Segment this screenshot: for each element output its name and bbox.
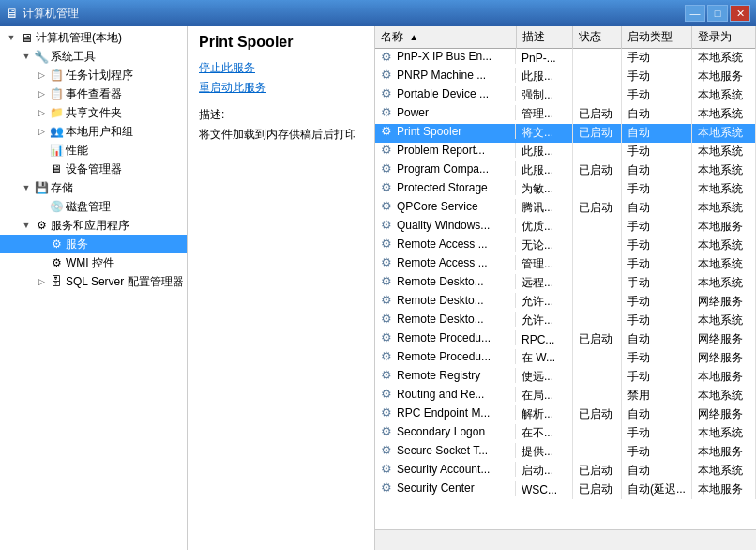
col-header-name[interactable]: 名称 ▲ [375, 26, 516, 49]
table-row[interactable]: ⚙Protected Storage为敏...手动本地系统 [375, 180, 756, 199]
services-label: 服务 [66, 237, 88, 252]
table-row[interactable]: ⚙QPCore Service腾讯...已启动自动本地系统 [375, 199, 756, 218]
table-row[interactable]: ⚙PNRP Machine ...此服...手动本地服务 [375, 68, 756, 86]
table-row[interactable]: ⚙PnP-X IP Bus En...PnP-...手动本地系统 [375, 49, 756, 68]
table-row[interactable]: ⚙Quality Windows...优质...手动本地服务 [375, 218, 756, 237]
cell-logon: 本地服务 [691, 481, 755, 499]
tree-root: ▼ 🖥 计算机管理(本地) ▼ 🔧 系统工具 ▷ 📋 任务计划程序 ▷ 📋 事件… [0, 26, 187, 293]
cell-name-text: Remote Deskto... [397, 313, 484, 326]
tree-item-task-scheduler[interactable]: ▷ 📋 任务计划程序 [0, 66, 187, 84]
expander-event: ▷ [34, 86, 49, 101]
cell-desc: 远程... [516, 274, 572, 293]
restart-service-link[interactable]: 重启动此服务 [199, 80, 363, 96]
cell-desc: 此服... [516, 68, 572, 86]
table-row[interactable]: ⚙Security Account...启动...已启动自动本地系统 [375, 462, 756, 481]
storage-label: 存储 [51, 180, 73, 196]
cell-logon: 本地系统 [691, 49, 755, 68]
cell-desc: 无论... [516, 237, 572, 255]
table-row[interactable]: ⚙Portable Device ...强制...手动本地系统 [375, 86, 756, 105]
service-row-icon: ⚙ [381, 144, 394, 157]
tree-item-root[interactable]: ▼ 🖥 计算机管理(本地) [0, 28, 187, 47]
tree-item-performance[interactable]: 📊 性能 [0, 141, 187, 160]
col-header-desc[interactable]: 描述 [516, 26, 572, 49]
cell-logon: 本地系统 [691, 143, 755, 161]
service-row-icon: ⚙ [381, 463, 394, 476]
expander-wmi [34, 255, 49, 270]
table-row[interactable]: ⚙Problem Report...此服...手动本地系统 [375, 143, 756, 161]
cell-name: ⚙Program Compa... [375, 161, 516, 176]
table-row[interactable]: ⚙Program Compa...此服...已启动自动本地系统 [375, 161, 756, 180]
cell-logon: 网络服务 [691, 330, 755, 349]
table-row[interactable]: ⚙RPC Endpoint M...解析...已启动自动网络服务 [375, 405, 756, 424]
cell-logon: 本地服务 [691, 443, 755, 462]
col-header-status[interactable]: 状态 [572, 26, 621, 49]
tree-item-device-mgr[interactable]: 🖥 设备管理器 [0, 160, 187, 178]
sys-tools-label: 系统工具 [51, 49, 96, 65]
middle-panel: Print Spooler 停止此服务 重启动此服务 描述: 将文件加载到内存供… [188, 26, 375, 550]
cell-logon: 本地系统 [691, 312, 755, 330]
table-row[interactable]: ⚙Routing and Re...在局...禁用本地系统 [375, 387, 756, 405]
table-row[interactable]: ⚙Print Spooler将文...已启动自动本地系统 [375, 124, 756, 143]
table-row[interactable]: ⚙Security CenterWSC...已启动自动(延迟...本地服务 [375, 481, 756, 499]
cell-startup: 禁用 [621, 387, 691, 405]
cell-status: 已启动 [572, 462, 621, 481]
minimize-button[interactable]: — [685, 5, 705, 22]
table-row[interactable]: ⚙Remote Procedu...在 W...手动网络服务 [375, 349, 756, 368]
tree-item-storage[interactable]: ▼ 💾 存储 [0, 178, 187, 197]
table-row[interactable]: ⚙Secondary Logon在不...手动本地系统 [375, 424, 756, 443]
cell-status [572, 143, 621, 161]
cell-name-text: PNRP Machine ... [397, 69, 486, 82]
table-row[interactable]: ⚙Remote Deskto...允许...手动本地系统 [375, 312, 756, 330]
tree-item-shared-folders[interactable]: ▷ 📁 共享文件夹 [0, 103, 187, 122]
cell-status [572, 443, 621, 462]
col-header-logon[interactable]: 登录为 [691, 26, 755, 49]
cell-desc: 使远... [516, 368, 572, 387]
tree-item-event-viewer[interactable]: ▷ 📋 事件查看器 [0, 84, 187, 103]
cell-status: 已启动 [572, 405, 621, 424]
cell-status [572, 49, 621, 68]
tree-item-svc-apps[interactable]: ▼ ⚙ 服务和应用程序 [0, 216, 187, 235]
tree-item-sys-tools[interactable]: ▼ 🔧 系统工具 [0, 47, 187, 66]
device-icon: 🖥 [49, 161, 64, 176]
cell-startup: 手动 [621, 180, 691, 199]
service-row-icon: ⚙ [381, 256, 394, 269]
cell-name: ⚙Remote Deskto... [375, 293, 516, 308]
table-row[interactable]: ⚙Remote Procedu...RPC...已启动自动网络服务 [375, 330, 756, 349]
table-row[interactable]: ⚙Remote Deskto...允许...手动网络服务 [375, 293, 756, 312]
tree-item-local-users[interactable]: ▷ 👥 本地用户和组 [0, 122, 187, 141]
tree-item-services[interactable]: ⚙ 服务 [0, 235, 187, 253]
cell-desc: 允许... [516, 312, 572, 330]
cell-startup: 手动 [621, 274, 691, 293]
cell-name-text: Secure Socket T... [397, 444, 488, 457]
table-row[interactable]: ⚙Power管理...已启动自动本地系统 [375, 105, 756, 124]
service-row-icon: ⚙ [381, 125, 394, 138]
tree-item-disk-mgr[interactable]: 💿 磁盘管理 [0, 197, 187, 216]
cell-name: ⚙Remote Access ... [375, 255, 516, 270]
maximize-button[interactable]: □ [707, 5, 728, 22]
stop-service-link[interactable]: 停止此服务 [199, 60, 363, 76]
cell-logon: 本地系统 [691, 255, 755, 274]
close-button[interactable]: ✕ [730, 5, 750, 22]
cell-desc: RPC... [516, 330, 572, 349]
table-row[interactable]: ⚙Remote Registry使远...手动本地服务 [375, 368, 756, 387]
cell-startup: 手动 [621, 237, 691, 255]
cell-desc: 此服... [516, 161, 572, 180]
tree-item-sql[interactable]: ▷ 🗄 SQL Server 配置管理器 [0, 272, 187, 291]
desc-label: 描述: [199, 107, 363, 123]
cell-startup: 手动 [621, 68, 691, 86]
table-row[interactable]: ⚙Remote Access ...管理...手动本地系统 [375, 255, 756, 274]
table-row[interactable]: ⚙Remote Deskto...远程...手动本地系统 [375, 274, 756, 293]
cell-status [572, 274, 621, 293]
services-table-wrapper[interactable]: 名称 ▲ 描述 状态 启动类型 登录为 ⚙PnP-X IP Bus En...P… [375, 26, 756, 529]
cell-startup: 自动(延迟... [621, 481, 691, 499]
tree-item-wmi[interactable]: ⚙ WMI 控件 [0, 253, 187, 272]
table-row[interactable]: ⚙Secure Socket T...提供...手动本地服务 [375, 443, 756, 462]
cell-name: ⚙QPCore Service [375, 199, 516, 214]
cell-desc: 此服... [516, 143, 572, 161]
cell-desc: 在 W... [516, 349, 572, 368]
col-header-startup[interactable]: 启动类型 [621, 26, 691, 49]
right-panel: 名称 ▲ 描述 状态 启动类型 登录为 ⚙PnP-X IP Bus En...P… [375, 26, 756, 550]
expander-device [34, 161, 49, 176]
table-row[interactable]: ⚙Remote Access ...无论...手动本地系统 [375, 237, 756, 255]
cell-name-text: RPC Endpoint M... [397, 406, 490, 420]
